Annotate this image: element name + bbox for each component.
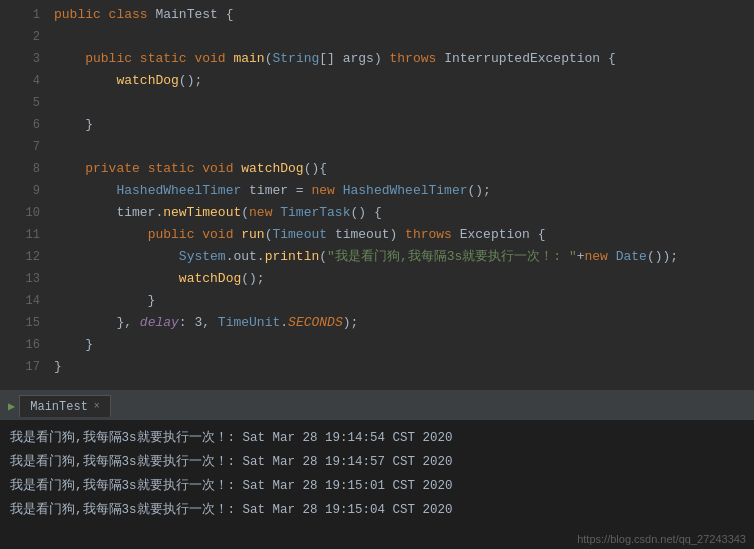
code-line-15: }, delay: 3, TimeUnit.SECONDS); xyxy=(54,312,746,334)
code-content: public class MainTest { public static vo… xyxy=(46,0,754,390)
console-panel: ▶ MainTest × 我是看门狗,我每隔3s就要执行一次！: Sat Mar… xyxy=(0,390,754,549)
console-line-4: 我是看门狗,我每隔3s就要执行一次！: Sat Mar 28 19:15:04 … xyxy=(10,498,744,522)
code-line-2 xyxy=(54,26,746,48)
console-tab-label: MainTest xyxy=(30,400,88,414)
code-line-13: watchDog(); xyxy=(54,268,746,290)
code-line-7 xyxy=(54,136,746,158)
code-line-16: } xyxy=(54,334,746,356)
code-line-1: public class MainTest { xyxy=(54,4,746,26)
code-line-9: HashedWheelTimer timer = new HashedWheel… xyxy=(54,180,746,202)
console-tab-bar: ▶ MainTest × xyxy=(0,392,754,420)
console-run-icon: ▶ xyxy=(8,399,15,414)
code-line-10: timer.newTimeout(new TimerTask() { xyxy=(54,202,746,224)
code-line-6: } xyxy=(54,114,746,136)
code-line-14: } xyxy=(54,290,746,312)
console-line-1: 我是看门狗,我每隔3s就要执行一次！: Sat Mar 28 19:14:54 … xyxy=(10,426,744,450)
editor-container: 1 2 3 4 5 6 7 8 9 10 11 12 13 14 15 16 1… xyxy=(0,0,754,549)
code-line-12: System.out.println("我是看门狗,我每隔3s就要执行一次！: … xyxy=(54,246,746,268)
breakpoint-gutter xyxy=(0,0,14,390)
console-tab-close[interactable]: × xyxy=(94,401,100,412)
code-editor: 1 2 3 4 5 6 7 8 9 10 11 12 13 14 15 16 1… xyxy=(0,0,754,390)
code-line-8: private static void watchDog(){ xyxy=(54,158,746,180)
watermark: https://blog.csdn.net/qq_27243343 xyxy=(577,533,746,545)
code-line-3: public static void main(String[] args) t… xyxy=(54,48,746,70)
code-line-4: watchDog(); xyxy=(54,70,746,92)
line-numbers: 1 2 3 4 5 6 7 8 9 10 11 12 13 14 15 16 1… xyxy=(14,0,46,390)
console-tab-maintest[interactable]: MainTest × xyxy=(19,395,111,417)
console-output: 我是看门狗,我每隔3s就要执行一次！: Sat Mar 28 19:14:54 … xyxy=(0,420,754,549)
console-line-2: 我是看门狗,我每隔3s就要执行一次！: Sat Mar 28 19:14:57 … xyxy=(10,450,744,474)
code-line-5 xyxy=(54,92,746,114)
console-line-3: 我是看门狗,我每隔3s就要执行一次！: Sat Mar 28 19:15:01 … xyxy=(10,474,744,498)
code-line-11: public void run(Timeout timeout) throws … xyxy=(54,224,746,246)
code-line-17: } xyxy=(54,356,746,378)
